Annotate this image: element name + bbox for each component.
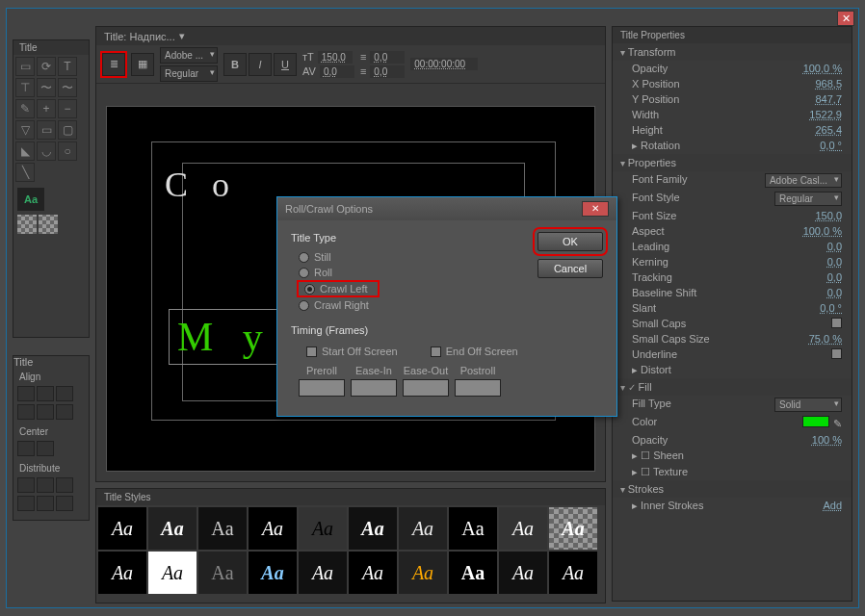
smallcaps-checkbox[interactable] bbox=[831, 318, 842, 328]
line-tool[interactable]: ╲ bbox=[15, 163, 35, 182]
fill-swatch[interactable] bbox=[17, 215, 37, 234]
templates-button[interactable]: ▦ bbox=[131, 53, 154, 76]
dist-btn[interactable] bbox=[56, 496, 73, 511]
style-preview[interactable]: Aa bbox=[17, 188, 44, 211]
title-style-swatch[interactable]: Aa bbox=[549, 507, 597, 550]
postroll-input[interactable] bbox=[455, 379, 501, 397]
start-off-checkbox[interactable] bbox=[306, 346, 317, 357]
del-anchor-tool[interactable]: − bbox=[58, 99, 77, 118]
font-size-input[interactable]: 150,0 bbox=[318, 51, 353, 64]
dist-btn[interactable] bbox=[37, 496, 54, 511]
align-btn[interactable] bbox=[37, 386, 54, 401]
underline-checkbox[interactable] bbox=[831, 348, 842, 359]
height-value[interactable]: 265,4 bbox=[815, 124, 842, 136]
italic-button[interactable]: I bbox=[249, 53, 272, 76]
filltype-select[interactable]: Solid bbox=[774, 398, 842, 412]
ellipse-tool[interactable]: ○ bbox=[58, 141, 77, 161]
rotation-value[interactable]: 0,0 ° bbox=[820, 140, 842, 152]
wedge-tool[interactable]: ◣ bbox=[15, 141, 35, 161]
kerning-input[interactable]: 0,0 bbox=[320, 65, 354, 78]
path-type-tool[interactable]: 〜 bbox=[37, 78, 56, 97]
fill-section[interactable]: ▾ ✓ Fill bbox=[613, 378, 852, 396]
title-style-swatch[interactable]: Aa bbox=[98, 552, 146, 594]
title-style-swatch[interactable]: Aa bbox=[549, 552, 597, 594]
ypos-value[interactable]: 847,7 bbox=[815, 93, 842, 105]
align-btn[interactable] bbox=[56, 404, 73, 420]
radio-roll[interactable] bbox=[299, 268, 309, 278]
end-off-checkbox[interactable] bbox=[431, 346, 441, 357]
center-btn[interactable] bbox=[17, 441, 35, 456]
rect-tool[interactable]: ▭ bbox=[37, 120, 56, 140]
easeout-input[interactable] bbox=[403, 379, 449, 397]
dialog-close-button[interactable]: ✕ bbox=[582, 201, 609, 217]
underline-button[interactable]: U bbox=[274, 53, 297, 76]
cancel-button[interactable]: Cancel bbox=[537, 259, 603, 278]
title-text-1[interactable]: С о bbox=[165, 165, 237, 205]
bold-button[interactable]: B bbox=[223, 53, 247, 76]
aspect-value[interactable]: 100,0 % bbox=[803, 225, 842, 237]
align-btn[interactable] bbox=[56, 386, 73, 401]
title-style-swatch[interactable]: Aa bbox=[98, 507, 146, 550]
stroke-swatch[interactable] bbox=[39, 215, 58, 234]
tracking-input[interactable]: 0,0 bbox=[370, 65, 405, 78]
ok-button[interactable]: OK bbox=[537, 232, 603, 251]
tracking-value[interactable]: 0,0 bbox=[827, 271, 842, 283]
title-style-swatch[interactable]: Aa bbox=[198, 552, 247, 594]
fsize-value[interactable]: 150,0 bbox=[815, 210, 842, 221]
center-btn[interactable] bbox=[37, 441, 54, 456]
align-btn[interactable] bbox=[17, 404, 35, 420]
easein-input[interactable] bbox=[351, 379, 397, 397]
roll-crawl-button[interactable]: ≣ bbox=[102, 53, 125, 76]
opacity-value[interactable]: 100,0 % bbox=[803, 63, 842, 74]
title-style-swatch[interactable]: Aa bbox=[198, 507, 247, 550]
timecode-display[interactable]: 00:00:00:00 bbox=[410, 58, 478, 70]
bshift-value[interactable]: 0,0 bbox=[827, 287, 842, 298]
title-style-swatch[interactable]: Aa bbox=[399, 552, 447, 594]
convert-tool[interactable]: ▽ bbox=[15, 120, 35, 140]
strokes-section[interactable]: ▾ Strokes bbox=[613, 480, 852, 498]
title-style-swatch[interactable]: Aa bbox=[449, 507, 497, 550]
title-style-swatch[interactable]: Aa bbox=[148, 507, 197, 550]
radio-crawl-left[interactable] bbox=[304, 284, 315, 295]
title-style-swatch[interactable]: Aa bbox=[399, 507, 447, 550]
align-btn[interactable] bbox=[17, 386, 35, 401]
width-value[interactable]: 1522,9 bbox=[809, 109, 842, 120]
window-close-button[interactable]: ✕ bbox=[837, 11, 854, 26]
color-swatch[interactable] bbox=[802, 416, 829, 427]
vpath-type-tool[interactable]: 〜 bbox=[58, 78, 77, 97]
scsize-value[interactable]: 75,0 % bbox=[809, 333, 842, 345]
kerning-value[interactable]: 0,0 bbox=[827, 256, 842, 268]
preroll-input[interactable] bbox=[299, 379, 345, 397]
arc-tool[interactable]: ◡ bbox=[37, 141, 56, 161]
dialog-titlebar[interactable]: Roll/Crawl Options ✕ bbox=[277, 197, 616, 220]
panel-menu-icon[interactable]: ▾ bbox=[179, 30, 185, 42]
add-anchor-tool[interactable]: + bbox=[37, 99, 56, 118]
rrect-tool[interactable]: ▢ bbox=[58, 120, 77, 140]
font-style-dropdown[interactable]: Regular bbox=[160, 65, 218, 82]
dist-btn[interactable] bbox=[17, 496, 35, 511]
radio-crawl-right[interactable] bbox=[299, 300, 309, 311]
rotate-tool[interactable]: ⟳ bbox=[37, 57, 56, 76]
slant-value[interactable]: 0,0 ° bbox=[820, 302, 842, 314]
title-style-swatch[interactable]: Aa bbox=[299, 507, 347, 550]
title-style-swatch[interactable]: Aa bbox=[148, 552, 197, 594]
title-style-swatch[interactable]: Aa bbox=[449, 552, 497, 594]
leading-input[interactable]: 0,0 bbox=[370, 51, 405, 64]
radio-still[interactable] bbox=[299, 252, 309, 263]
vtype-tool[interactable]: ⊤ bbox=[15, 78, 35, 97]
title-style-swatch[interactable]: Aa bbox=[299, 552, 347, 594]
add-stroke-button[interactable]: Add bbox=[823, 500, 842, 512]
xpos-value[interactable]: 968,5 bbox=[815, 78, 842, 90]
eyedropper-icon[interactable]: ✎ bbox=[833, 418, 842, 430]
title-style-swatch[interactable]: Aa bbox=[249, 552, 297, 594]
dist-btn[interactable] bbox=[17, 477, 35, 493]
title-style-swatch[interactable]: Aa bbox=[349, 552, 397, 594]
title-style-swatch[interactable]: Aa bbox=[349, 507, 397, 550]
font-family-select[interactable]: Adobe Casl... bbox=[765, 173, 842, 188]
transform-section[interactable]: ▾ Transform bbox=[613, 43, 852, 61]
fillopacity-value[interactable]: 100 % bbox=[812, 434, 842, 446]
dist-btn[interactable] bbox=[37, 477, 54, 493]
font-family-dropdown[interactable]: Adobe ... bbox=[160, 47, 218, 64]
title-style-swatch[interactable]: Aa bbox=[499, 552, 547, 594]
align-btn[interactable] bbox=[37, 404, 54, 420]
